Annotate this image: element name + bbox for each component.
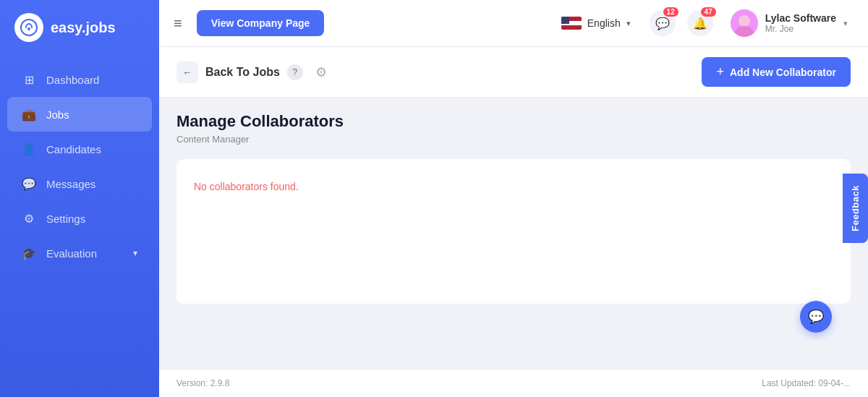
main-content: ≡ View Company Page English ▾ 💬 12 🔔 47 (159, 0, 868, 397)
back-button[interactable]: ← (176, 61, 198, 83)
sidebar-item-candidates[interactable]: 👤 Candidates (0, 132, 159, 166)
sidebar-item-label: Evaluation (46, 247, 97, 260)
chevron-down-icon: ▾ (133, 248, 137, 258)
sidebar-item-settings[interactable]: ⚙ Settings (0, 201, 159, 236)
no-results-message: No collaborators found. (194, 181, 833, 192)
messages-icon: 💬 (22, 176, 36, 191)
last-updated-text: Last Updated: 09-04-... (762, 378, 851, 388)
footer: Version: 2.9.8 Last Updated: 09-04-... (159, 369, 868, 397)
sidebar-item-label: Candidates (46, 143, 101, 155)
back-section: ← Back To Jobs ? ⚙ (176, 61, 332, 83)
alerts-badge: 47 (701, 7, 716, 17)
svg-point-3 (739, 15, 750, 27)
evaluation-icon: 🎓 (22, 246, 36, 260)
page-title: Manage Collaborators (176, 112, 851, 131)
arrow-left-icon: ← (182, 67, 192, 78)
back-label: Back To Jobs (205, 66, 280, 79)
notifications-button[interactable]: 🔔 47 (687, 10, 713, 36)
logo-text: easy.jobs (51, 20, 116, 36)
settings-icon: ⚙ (22, 211, 36, 226)
bell-icon: 🔔 (693, 17, 707, 30)
messages-badge: 12 (663, 7, 678, 17)
feedback-wrapper: Feedback (843, 174, 868, 243)
sidebar-item-label: Settings (46, 213, 85, 225)
jobs-icon: 💼 (22, 107, 36, 121)
messages-button[interactable]: 💬 12 (650, 10, 676, 36)
help-icon[interactable]: ? (287, 64, 303, 80)
sidebar-item-messages[interactable]: 💬 Messages (0, 166, 159, 201)
title-section: Manage Collaborators Content Manager (159, 98, 868, 152)
view-company-button[interactable]: View Company Page (197, 10, 325, 36)
avatar (731, 9, 758, 37)
add-collaborator-label: Add New Collaborator (730, 67, 836, 78)
language-text: English (587, 17, 621, 29)
chevron-down-icon: ▾ (843, 19, 848, 28)
user-profile[interactable]: Lylac Software Mr. Joe ▾ (725, 7, 854, 40)
add-collaborator-button[interactable]: + Add New Collaborator (702, 57, 851, 87)
svg-point-1 (27, 27, 30, 30)
chevron-down-icon: ▾ (626, 19, 631, 28)
sidebar-item-label: Jobs (46, 108, 69, 121)
sidebar-item-label: Dashboard (46, 74, 99, 86)
user-info: Lylac Software Mr. Joe (765, 12, 836, 34)
logo-icon (14, 13, 43, 42)
sidebar: easy.jobs ⊞ Dashboard 💼 Jobs 👤 Candidate… (0, 0, 159, 397)
feedback-button[interactable]: Feedback (843, 174, 868, 243)
sidebar-item-jobs[interactable]: 💼 Jobs (7, 97, 152, 132)
language-selector[interactable]: English ▾ (554, 12, 638, 34)
page-header-bar: ← Back To Jobs ? ⚙ + Add New Collaborato… (159, 47, 868, 98)
header: ≡ View Company Page English ▾ 💬 12 🔔 47 (159, 0, 868, 47)
menu-icon[interactable]: ≡ (174, 15, 182, 32)
page-subtitle: Content Manager (176, 134, 851, 145)
user-role: Mr. Joe (765, 24, 836, 34)
plus-icon: + (716, 64, 724, 80)
sidebar-item-evaluation[interactable]: 🎓 Evaluation ▾ (0, 236, 159, 270)
candidates-icon: 👤 (22, 142, 36, 156)
message-icon: 💬 (655, 17, 670, 30)
sidebar-nav: ⊞ Dashboard 💼 Jobs 👤 Candidates 💬 Messag… (0, 62, 159, 270)
flag-icon (561, 17, 582, 30)
content-area: ← Back To Jobs ? ⚙ + Add New Collaborato… (159, 47, 868, 369)
sidebar-item-label: Messages (46, 178, 95, 190)
collaborators-card: No collaborators found. (176, 159, 851, 304)
sidebar-item-dashboard[interactable]: ⊞ Dashboard (0, 62, 159, 97)
chat-button[interactable]: 💬 (800, 301, 832, 333)
logo[interactable]: easy.jobs (0, 0, 159, 55)
settings-gear-icon[interactable]: ⚙ (310, 61, 332, 83)
version-text: Version: 2.9.8 (176, 378, 229, 388)
dashboard-icon: ⊞ (22, 72, 36, 87)
chat-icon: 💬 (808, 309, 824, 325)
user-name: Lylac Software (765, 12, 836, 24)
